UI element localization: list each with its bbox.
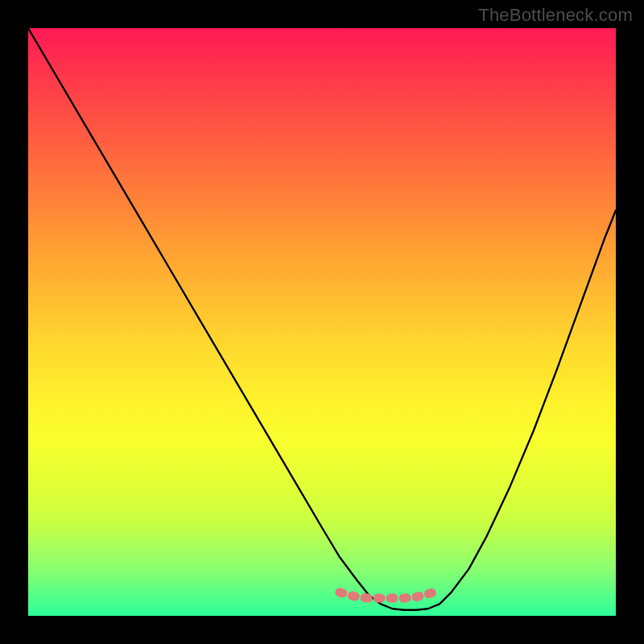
data-curve [28,28,616,610]
plot-area [28,28,616,616]
watermark-text: TheBottleneck.com [478,5,633,26]
marker-band [340,592,434,598]
figure-frame: TheBottleneck.com [0,0,644,644]
chart-svg [28,28,616,616]
